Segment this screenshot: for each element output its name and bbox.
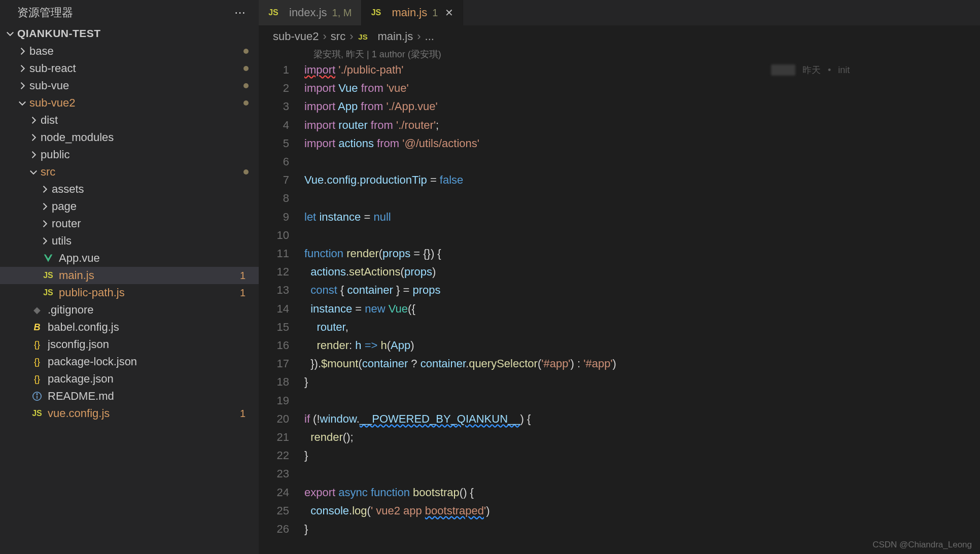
code-line[interactable]: 7Vue.config.productionTip = false — [259, 171, 980, 189]
tab-index-js[interactable]: JSindex.js1, M — [259, 0, 362, 25]
line-number: 24 — [259, 483, 304, 502]
line-number: 2 — [259, 79, 304, 97]
problem-badge: 1 — [240, 408, 249, 420]
tree-item-babel-config-js[interactable]: Bbabel.config.js — [0, 319, 259, 336]
file-tree[interactable]: basesub-reactsub-vuesub-vue2distnode_mod… — [0, 43, 259, 554]
tree-item-vue-config-js[interactable]: JSvue.config.js1 — [0, 405, 259, 422]
code-line[interactable]: 12 actions.setActions(props) — [259, 263, 980, 281]
code-line[interactable]: 17 }).$mount(container ? container.query… — [259, 355, 980, 373]
code-line[interactable]: 20if (!window.__POWERED_BY_QIANKUN__) { — [259, 410, 980, 428]
code-line[interactable]: 2import Vue from 'vue' — [259, 79, 980, 97]
line-number: 23 — [259, 465, 304, 483]
code-line[interactable]: 1import './public-path'昨天•init — [259, 61, 980, 79]
code-line[interactable]: 13 const { container } = props — [259, 281, 980, 299]
tree-item-router[interactable]: router — [0, 215, 259, 232]
code-line[interactable]: 16 render: h => h(App) — [259, 336, 980, 355]
code-line[interactable]: 24export async function bootstrap() { — [259, 483, 980, 502]
tree-item-package-json[interactable]: {}package.json — [0, 370, 259, 388]
code-content[interactable]: } — [304, 373, 980, 391]
chevron-down-icon — [5, 28, 15, 39]
code-content[interactable]: let instance = null — [304, 208, 980, 226]
folder-root[interactable]: QIANKUN-TEST — [0, 24, 259, 43]
watermark: CSDN @Chiandra_Leong — [872, 540, 972, 550]
code-line[interactable]: 9let instance = null — [259, 208, 980, 226]
breadcrumb-part[interactable]: sub-vue2 — [273, 30, 319, 43]
breadcrumb-part[interactable]: ... — [425, 30, 434, 43]
tree-item-package-lock-json[interactable]: {}package-lock.json — [0, 353, 259, 370]
code-line[interactable]: 23 — [259, 465, 980, 483]
tree-item-utils[interactable]: utils — [0, 232, 259, 250]
code-content[interactable]: if (!window.__POWERED_BY_QIANKUN__) { — [304, 410, 980, 428]
code-content[interactable] — [304, 392, 980, 410]
tree-item-jsconfig-json[interactable]: {}jsconfig.json — [0, 336, 259, 353]
code-content[interactable]: render: h => h(App) — [304, 336, 980, 355]
code-content[interactable]: } — [304, 446, 980, 465]
tab-tag: 1 — [432, 7, 438, 19]
tree-item-main-js[interactable]: JSmain.js1 — [0, 267, 259, 284]
tree-item-sub-vue[interactable]: sub-vue — [0, 77, 259, 94]
tab-tag: 1, M — [332, 7, 352, 19]
code-content[interactable]: function render(props = {}) { — [304, 245, 980, 263]
code-content[interactable]: import actions from '@/utils/actions' — [304, 134, 980, 153]
code-line[interactable]: 22} — [259, 446, 980, 465]
chevron-right-icon: › — [417, 30, 421, 43]
code-content[interactable]: const { container } = props — [304, 281, 980, 299]
tree-item-app-vue[interactable]: App.vue — [0, 250, 259, 267]
code-line[interactable]: 14 instance = new Vue({ — [259, 300, 980, 318]
chevron-right-icon: › — [323, 30, 327, 43]
tree-item-label: README.md — [48, 390, 249, 403]
code-line[interactable]: 11function render(props = {}) { — [259, 245, 980, 263]
code-content[interactable] — [304, 465, 980, 483]
breadcrumb-part[interactable]: src — [331, 30, 345, 43]
code-content[interactable]: console.log(' vue2 app bootstraped') — [304, 502, 980, 520]
code-content[interactable]: import router from './router'; — [304, 116, 980, 134]
code-content[interactable]: actions.setActions(props) — [304, 263, 980, 281]
tree-item-public[interactable]: public — [0, 146, 259, 163]
code-content[interactable]: } — [304, 520, 980, 538]
code-content[interactable]: export async function bootstrap() { — [304, 483, 980, 502]
babel-icon: B — [31, 322, 43, 333]
breadcrumb-part[interactable]: main.js — [378, 30, 413, 43]
code-line[interactable]: 8 — [259, 189, 980, 207]
code-content[interactable]: }).$mount(container ? container.querySel… — [304, 355, 980, 373]
code-content[interactable]: Vue.config.productionTip = false — [304, 171, 980, 189]
code-content[interactable] — [304, 189, 980, 207]
tree-item-sub-react[interactable]: sub-react — [0, 60, 259, 77]
close-icon[interactable]: ✕ — [445, 7, 453, 19]
code-content[interactable]: instance = new Vue({ — [304, 300, 980, 318]
code-line[interactable]: 4import router from './router'; — [259, 116, 980, 134]
code-editor[interactable]: 1import './public-path'昨天•init2import Vu… — [259, 61, 980, 554]
code-line[interactable]: 21 render(); — [259, 428, 980, 446]
code-line[interactable]: 19 — [259, 392, 980, 410]
code-content[interactable]: import Vue from 'vue' — [304, 79, 980, 97]
code-line[interactable]: 15 router, — [259, 318, 980, 336]
tree-item-src[interactable]: src — [0, 163, 259, 181]
tree-item-page[interactable]: page — [0, 198, 259, 215]
tree-item-base[interactable]: base — [0, 43, 259, 60]
tree-item-dist[interactable]: dist — [0, 112, 259, 129]
code-line[interactable]: 25 console.log(' vue2 app bootstraped') — [259, 502, 980, 520]
code-line[interactable]: 26} — [259, 520, 980, 538]
tree-item-sub-vue2[interactable]: sub-vue2 — [0, 94, 259, 112]
code-content[interactable]: render(); — [304, 428, 980, 446]
json-icon: {} — [31, 373, 43, 385]
code-line[interactable]: 6 — [259, 153, 980, 171]
code-content[interactable]: router, — [304, 318, 980, 336]
code-content[interactable] — [304, 153, 980, 171]
code-line[interactable]: 3import App from './App.vue' — [259, 97, 980, 116]
explorer-sidebar: 资源管理器 ⋯ QIANKUN-TEST basesub-reactsub-vu… — [0, 0, 259, 554]
tree-item-assets[interactable]: assets — [0, 181, 259, 198]
code-line[interactable]: 10 — [259, 226, 980, 245]
code-content[interactable] — [304, 226, 980, 245]
code-line[interactable]: 18} — [259, 373, 980, 391]
more-icon[interactable]: ⋯ — [234, 6, 247, 19]
code-line[interactable]: 5import actions from '@/utils/actions' — [259, 134, 980, 153]
tree-item-node-modules[interactable]: node_modules — [0, 129, 259, 146]
code-content[interactable]: import './public-path'昨天•init — [304, 61, 980, 79]
tab-main-js[interactable]: JSmain.js1✕ — [362, 0, 464, 25]
tree-item--gitignore[interactable]: ◆.gitignore — [0, 301, 259, 319]
tree-item-public-path-js[interactable]: JSpublic-path.js1 — [0, 284, 259, 301]
code-content[interactable]: import App from './App.vue' — [304, 97, 980, 116]
breadcrumb[interactable]: sub-vue2›src›JSmain.js›... — [259, 25, 980, 48]
tree-item-readme-md[interactable]: README.md — [0, 388, 259, 405]
